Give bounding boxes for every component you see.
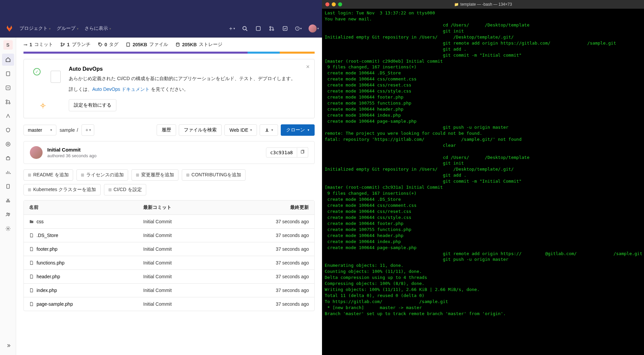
file-commit: Initial Commit bbox=[138, 229, 257, 242]
table-row[interactable]: footer.phpInitial Commit37 seconds ago bbox=[24, 242, 314, 256]
devops-illustration: ✓ bbox=[31, 66, 61, 111]
svg-point-16 bbox=[7, 143, 9, 145]
suggestion-chip[interactable]: ⊞Kubernetes クラスターを追加 bbox=[23, 184, 101, 195]
plus-icon[interactable]: ＋▾ bbox=[228, 25, 235, 32]
commit-sha: c3c931a8 bbox=[266, 147, 297, 158]
settings-icon[interactable] bbox=[2, 223, 14, 235]
wiki-icon[interactable] bbox=[2, 180, 14, 192]
merge-request-icon[interactable] bbox=[268, 25, 275, 32]
svg-point-15 bbox=[6, 142, 10, 146]
stat-storage[interactable]: 205KB ストレージ bbox=[175, 42, 222, 48]
stat-commits[interactable]: ⊸ 1 コミット bbox=[23, 42, 53, 48]
search-icon[interactable] bbox=[241, 25, 248, 32]
chevron-down-icon: ▾ bbox=[50, 128, 52, 132]
file-table: 名前 最新コミット 最終更新 cssInitial Commit37 secon… bbox=[23, 200, 315, 311]
security-icon[interactable] bbox=[2, 124, 14, 136]
file-date: 37 seconds ago bbox=[257, 256, 314, 270]
project-sidebar: S bbox=[0, 38, 16, 355]
project-badge[interactable]: S bbox=[3, 40, 13, 50]
file-date: 37 seconds ago bbox=[257, 229, 314, 242]
svg-text:?: ? bbox=[297, 27, 298, 30]
suggestion-chip[interactable]: ⊞CI/CD を設定 bbox=[104, 184, 146, 195]
language-bar bbox=[23, 52, 315, 54]
stat-branches[interactable]: 1 ブランチ bbox=[60, 42, 91, 48]
terminal-title: 📁template — -bash — 134×73 bbox=[322, 2, 644, 7]
copy-sha-button[interactable] bbox=[297, 147, 308, 158]
file-date: 37 seconds ago bbox=[257, 270, 314, 283]
file-name: footer.php bbox=[37, 246, 57, 252]
branch-select[interactable]: master▾ bbox=[23, 125, 56, 135]
file-name: page-sample.php bbox=[37, 301, 73, 307]
close-icon[interactable]: × bbox=[306, 63, 310, 70]
nav-more[interactable]: さらに表示▾ bbox=[85, 25, 111, 32]
find-file-button[interactable]: ファイルを検索 bbox=[179, 124, 222, 136]
breadcrumb[interactable]: sample / bbox=[60, 127, 78, 133]
svg-point-11 bbox=[8, 87, 8, 88]
download-button[interactable]: ▾ bbox=[260, 124, 278, 136]
file-icon bbox=[29, 247, 34, 251]
analytics-icon[interactable] bbox=[2, 166, 14, 178]
suggestion-chip[interactable]: ⊞ライセンスの追加 bbox=[76, 169, 128, 181]
enable-devops-button[interactable]: 設定を有効にする bbox=[69, 99, 116, 111]
commit-title[interactable]: Initial Commit bbox=[47, 147, 266, 153]
file-name: index.php bbox=[37, 288, 57, 293]
repository-icon[interactable] bbox=[2, 68, 14, 80]
todo-icon[interactable] bbox=[282, 25, 288, 32]
svg-line-1 bbox=[246, 29, 247, 31]
project-stats: ⊸ 1 コミット 1 ブランチ 0 タグ 205KB ファイル 205KB スト… bbox=[16, 38, 322, 52]
svg-point-27 bbox=[99, 44, 100, 44]
table-row[interactable]: header.phpInitial Commit37 seconds ago bbox=[24, 270, 314, 284]
home-icon[interactable] bbox=[2, 54, 14, 66]
cicd-icon[interactable] bbox=[2, 110, 14, 122]
svg-point-12 bbox=[6, 100, 7, 101]
suggestion-chip[interactable]: ⊞変更履歴を追加 bbox=[131, 169, 178, 181]
collapse-icon[interactable] bbox=[2, 340, 14, 352]
devops-desc: あらかじめ定義された CI/CD の構成を基に自動的にアプリケーションをビルド、… bbox=[69, 75, 296, 82]
svg-rect-2 bbox=[256, 26, 260, 31]
chevron-down-icon: ▾ bbox=[49, 27, 51, 31]
suggestion-chip[interactable]: ⊞README を追加 bbox=[23, 169, 73, 181]
svg-point-25 bbox=[61, 45, 62, 47]
user-avatar[interactable]: ▾ bbox=[309, 24, 317, 33]
table-row[interactable]: page-sample.phpInitial Commit37 seconds … bbox=[24, 297, 314, 311]
gitlab-logo-icon[interactable] bbox=[5, 24, 13, 33]
operations-icon[interactable] bbox=[2, 138, 14, 150]
nav-projects[interactable]: プロジェクト▾ bbox=[19, 25, 51, 32]
webide-button[interactable]: Web IDE▾ bbox=[224, 124, 257, 136]
file-icon bbox=[29, 274, 34, 279]
stat-tags[interactable]: 0 タグ bbox=[98, 42, 119, 48]
svg-point-14 bbox=[9, 103, 10, 104]
packages-icon[interactable] bbox=[2, 152, 14, 164]
clone-button[interactable]: クローン▾ bbox=[281, 124, 315, 136]
project-main: ⊸ 1 コミット 1 ブランチ 0 タグ 205KB ファイル 205KB スト… bbox=[16, 38, 322, 355]
plus-icon: ⊞ bbox=[186, 173, 190, 177]
terminal-output[interactable]: Last login: Tue Nov 3 13:37:22 on ttys00… bbox=[322, 9, 644, 355]
gitlab-topbar: プロジェクト▾ グループ▾ さらに表示▾ ＋▾ ?▾ ▾ bbox=[0, 0, 322, 38]
merge-sidebar-icon[interactable] bbox=[2, 96, 14, 108]
add-file-button[interactable]: ＋ ▾ bbox=[82, 124, 94, 136]
plus-icon: ⊞ bbox=[108, 187, 112, 192]
gitlab-window: プロジェクト▾ グループ▾ さらに表示▾ ＋▾ ?▾ ▾ S bbox=[0, 0, 322, 355]
terminal-window: 📁template — -bash — 134×73 Last login: T… bbox=[322, 0, 644, 355]
table-row[interactable]: index.phpInitial Commit37 seconds ago bbox=[24, 284, 314, 297]
snippets-icon[interactable] bbox=[2, 194, 14, 206]
history-button[interactable]: 履歴 bbox=[157, 124, 176, 136]
nav-groups[interactable]: グループ▾ bbox=[57, 25, 78, 32]
help-icon[interactable]: ?▾ bbox=[295, 25, 302, 32]
plus-icon: ⊞ bbox=[81, 173, 84, 177]
file-date: 37 seconds ago bbox=[257, 284, 314, 297]
file-name: .DS_Store bbox=[37, 233, 58, 238]
commit-subtitle: authored 36 seconds ago bbox=[47, 153, 266, 158]
file-date: 37 seconds ago bbox=[257, 297, 314, 311]
table-row[interactable]: .DS_StoreInitial Commit37 seconds ago bbox=[24, 229, 314, 242]
file-commit: Initial Commit bbox=[138, 215, 257, 228]
table-row[interactable]: cssInitial Commit37 seconds ago bbox=[24, 215, 314, 229]
issues-sidebar-icon[interactable] bbox=[2, 82, 14, 94]
folder-icon: 📁 bbox=[454, 2, 459, 7]
stat-files[interactable]: 205KB ファイル bbox=[126, 42, 168, 48]
members-icon[interactable] bbox=[2, 209, 14, 221]
table-row[interactable]: functions.phpInitial Commit37 seconds ag… bbox=[24, 256, 314, 270]
issues-icon[interactable] bbox=[255, 25, 262, 32]
suggestion-chip[interactable]: ⊞CONTRIBUTINGを追加 bbox=[182, 169, 246, 181]
devops-doc-link[interactable]: Auto DevOps ドキュメント bbox=[92, 86, 150, 92]
